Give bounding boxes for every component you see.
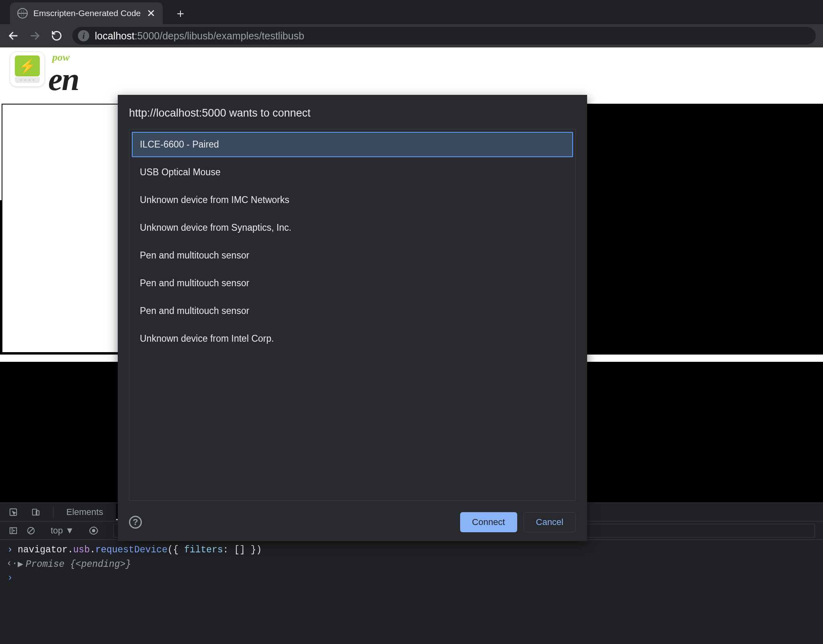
console-input-line: › navigator.usb.requestDevice({ filters:… [6,543,817,557]
devtools-tab-elements[interactable]: Elements [66,505,104,519]
url-path: /deps/libusb/examples/testlibusb [160,30,304,41]
tok: : [223,545,234,555]
help-icon[interactable]: ? [129,516,142,529]
device-option[interactable]: Unknown device from Intel Corp. [132,326,573,351]
globe-icon [17,8,28,18]
console-result[interactable]: ▶Promise {<pending>} [18,558,131,570]
chevron-down-icon: ▼ [66,525,74,536]
tok: requestDevice [95,545,167,555]
canvas-left-white [2,105,119,352]
console-prompt-line[interactable]: › [6,571,817,585]
cancel-button[interactable]: Cancel [524,512,576,532]
reload-button[interactable] [51,30,63,42]
console-output[interactable]: › navigator.usb.requestDevice({ filters:… [0,540,823,644]
tok: filters [184,545,223,555]
device-toolbar-icon[interactable] [31,507,41,517]
device-option[interactable]: Pen and multitouch sensor [132,271,573,296]
forward-button[interactable] [29,30,41,42]
emscripten-text: en [48,61,79,98]
inspect-icon[interactable] [8,507,18,517]
context-selector[interactable]: top ▼ [51,525,74,536]
tok: navigator [18,545,68,555]
usb-permission-dialog: http://localhost:5000 wants to connect I… [118,95,587,541]
dialog-footer: ? Connect Cancel [129,501,576,532]
browser-tab[interactable]: Emscripten-Generated Code ✕ [10,2,163,24]
close-tab-icon[interactable]: ✕ [147,8,156,18]
device-option[interactable]: ILCE-6600 - Paired [132,132,573,157]
url-host: localhost [95,30,135,41]
tok: }) [251,545,262,555]
console-code: navigator.usb.requestDevice({ filters: [… [18,545,262,555]
device-option[interactable]: Pen and multitouch sensor [132,243,573,268]
live-expression-icon[interactable] [88,525,99,536]
tok: Promise [26,559,70,570]
browser-toolbar: i localhost:5000/deps/libusb/examples/te… [0,24,823,47]
expand-triangle-icon[interactable]: ▶ [18,559,23,570]
tok: <pending> [76,559,125,570]
svg-line-8 [29,528,33,533]
new-tab-button[interactable]: ＋ [173,6,188,21]
tok: } [125,559,131,570]
device-option[interactable]: USB Optical Mouse [132,160,573,185]
separator [53,507,53,518]
device-option[interactable]: Unknown device from Synaptics, Inc. [132,215,573,240]
tok: usb [73,545,90,555]
address-bar[interactable]: i localhost:5000/deps/libusb/examples/te… [72,27,816,45]
tok: { [70,559,76,570]
page-content: ⚡ pow en http://localhost:5000 wants to … [0,47,823,502]
tok: ({ [168,545,184,555]
emscripten-logo: ⚡ [10,51,45,87]
back-button[interactable] [7,30,19,42]
url-port: :5000 [135,30,160,41]
device-option[interactable]: Pen and multitouch sensor [132,298,573,324]
svg-point-9 [92,529,95,532]
console-output-line: ‹· ▶Promise {<pending>} [6,557,817,571]
input-caret-icon: › [6,545,14,555]
browser-tabstrip: Emscripten-Generated Code ✕ ＋ [0,0,823,24]
url-text: localhost:5000/deps/libusb/examples/test… [95,30,304,42]
tok: . [90,545,95,555]
context-label: top [51,525,63,536]
connect-button[interactable]: Connect [460,512,517,532]
site-info-icon[interactable]: i [78,30,89,41]
tok: [] [234,545,250,555]
output-caret-icon: ‹· [6,558,14,569]
dialog-title: http://localhost:5000 wants to connect [129,107,576,119]
device-option[interactable]: Unknown device from IMC Networks [132,187,573,213]
bolt-icon: ⚡ [15,55,40,76]
sidebar-toggle-icon[interactable] [8,525,18,536]
logo-dots [15,77,40,83]
device-list[interactable]: ILCE-6600 - Paired USB Optical Mouse Unk… [129,129,576,501]
tab-title: Emscripten-Generated Code [33,8,141,18]
tok: . [68,545,73,555]
clear-console-icon[interactable] [26,525,36,536]
prompt-caret-icon: › [6,573,14,583]
